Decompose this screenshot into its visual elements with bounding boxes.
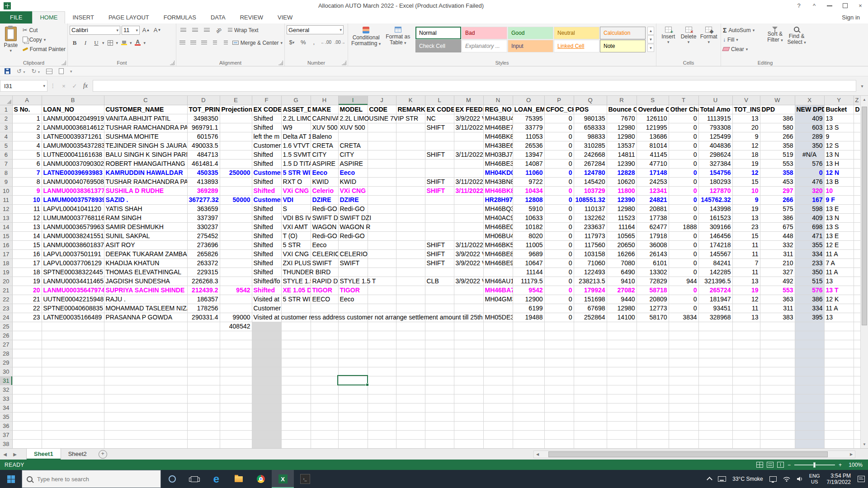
cell-W7[interactable]: 553 <box>760 159 795 168</box>
cell-U15[interactable]: 146456 <box>698 231 732 240</box>
cell-J31[interactable] <box>368 376 396 385</box>
cell-E28[interactable] <box>220 349 252 358</box>
cell-G7[interactable]: 1.5 D TITA <box>281 159 311 168</box>
cell-X23[interactable]: 334 <box>795 304 824 313</box>
cell-Q7[interactable]: 267284 <box>574 159 607 168</box>
cell-X26[interactable] <box>795 331 824 340</box>
cell-K34[interactable] <box>396 403 425 412</box>
column-header-W[interactable]: W <box>760 96 795 105</box>
cell-M28[interactable] <box>454 349 483 358</box>
cell-B14[interactable]: LANMU00036579963 <box>42 222 104 231</box>
cell-F20[interactable]: Shifted/fo <box>252 277 281 286</box>
cell-H10[interactable]: Celerio <box>311 186 338 195</box>
cell-style-calculation[interactable]: Calculation <box>600 27 646 39</box>
cell-X2[interactable]: 409 <box>795 114 824 123</box>
cell-P10[interactable]: 0 <box>544 186 574 195</box>
cell-V17[interactable]: 11 <box>732 249 760 258</box>
cell-S22[interactable]: 20809 <box>637 295 669 304</box>
cell-M27[interactable] <box>454 340 483 349</box>
cell-X1[interactable]: NEW DPD <box>795 105 824 114</box>
cell-E2[interactable] <box>220 114 252 123</box>
cell-L18[interactable]: SHIFT <box>425 258 454 267</box>
cell-H15[interactable]: Redi-GO <box>311 231 338 240</box>
horizontal-scrollbar[interactable]: ◀ ▶ <box>533 450 855 458</box>
scroll-down-arrow[interactable]: ▼ <box>861 441 868 448</box>
sheet-tab-sheet2[interactable]: Sheet2 <box>61 449 94 460</box>
cell-J36[interactable] <box>368 421 396 430</box>
page-layout-view-button[interactable] <box>767 462 774 468</box>
sort-filter-button[interactable]: Sort & Filter ▾ <box>764 25 786 54</box>
cell-Y14[interactable]: 13 S <box>824 222 854 231</box>
cell-D38[interactable] <box>187 439 220 448</box>
cell-G35[interactable] <box>281 412 311 421</box>
row-header-16[interactable]: 16 <box>0 240 12 249</box>
cell-N13[interactable]: MH40AC9 <box>483 213 513 222</box>
cell-U1[interactable]: Total Amo <box>698 105 732 114</box>
bold-button[interactable]: B <box>70 38 80 47</box>
cell-H34[interactable] <box>311 403 338 412</box>
cell-B7[interactable]: LANMU00037090302 <box>42 159 104 168</box>
cell-Q2[interactable]: 980135 <box>574 114 607 123</box>
cell-W16[interactable]: 332 <box>760 240 795 249</box>
cell-E26[interactable] <box>220 331 252 340</box>
cell-V29[interactable] <box>732 358 760 367</box>
cell-Y35[interactable] <box>824 412 854 421</box>
cell-D1[interactable]: TOT_PRIN <box>187 105 220 114</box>
cell-V34[interactable] <box>732 403 760 412</box>
cell-T20[interactable]: 944 <box>669 277 698 286</box>
cell-Q27[interactable] <box>574 340 607 349</box>
cell-O20[interactable]: 11179.5 <box>513 277 544 286</box>
cell-J26[interactable] <box>368 331 396 340</box>
cell-U30[interactable] <box>698 367 732 376</box>
cell-D27[interactable] <box>187 340 220 349</box>
cell-W3[interactable]: 580 <box>760 123 795 132</box>
cell-K35[interactable] <box>396 412 425 421</box>
cell-I20[interactable]: STYLE 1.5 T <box>338 277 368 286</box>
help-button[interactable]: ? <box>791 0 807 11</box>
cell-V38[interactable] <box>732 439 760 448</box>
zoom-out-button[interactable]: − <box>788 462 791 468</box>
cell-B6[interactable]: LUTNE00041161638 <box>42 150 104 159</box>
cell-J25[interactable] <box>368 322 396 331</box>
cell-N22[interactable]: MH04GM3 <box>483 295 513 304</box>
cell-F10[interactable]: Shifted <box>252 186 281 195</box>
cell-Y8[interactable]: 12 N <box>824 168 854 177</box>
cell-W13[interactable]: 386 <box>760 213 795 222</box>
cell-B19[interactable]: SPTNE00038322445 <box>42 267 104 277</box>
scroll-left-arrow[interactable]: ◀ <box>534 452 541 456</box>
weather-widget[interactable]: 33°C Smoke <box>729 470 766 488</box>
cell-P15[interactable]: 0 <box>544 231 574 240</box>
name-box[interactable]: I31▾ <box>0 80 47 92</box>
paste-button[interactable]: Paste ▾ <box>2 25 20 54</box>
cell-L35[interactable] <box>425 412 454 421</box>
cell-T8[interactable]: 0 <box>669 168 698 177</box>
align-right-button[interactable] <box>200 38 209 47</box>
accounting-format-button[interactable]: $ ▾ <box>287 38 297 47</box>
cell-L31[interactable] <box>425 376 454 385</box>
cell-D11[interactable]: 367277.32 <box>187 195 220 204</box>
cell-D7[interactable]: 461481.4 <box>187 159 220 168</box>
cell-U35[interactable] <box>698 412 732 421</box>
cell-Z38[interactable] <box>854 439 860 448</box>
cell-T6[interactable]: 0 <box>669 150 698 159</box>
cell-A5[interactable]: 4 <box>12 141 42 150</box>
cell-R14[interactable]: 11164 <box>607 222 637 231</box>
cell-K28[interactable] <box>396 349 425 358</box>
cell-R21[interactable]: 27082 <box>607 286 637 295</box>
cell-D36[interactable] <box>187 421 220 430</box>
cell-T4[interactable]: 0 <box>669 132 698 141</box>
cell-F27[interactable] <box>252 340 281 349</box>
cell-X20[interactable]: 515 <box>795 277 824 286</box>
cell-E12[interactable] <box>220 204 252 213</box>
cell-U12[interactable]: 143998 <box>698 204 732 213</box>
cell-A13[interactable]: 12 <box>12 213 42 222</box>
cell-S7[interactable]: 47710 <box>637 159 669 168</box>
column-header-S[interactable]: S <box>637 96 669 105</box>
cell-E31[interactable] <box>220 376 252 385</box>
cell-G18[interactable]: ZXI PLUS <box>281 258 311 267</box>
cell-T28[interactable] <box>669 349 698 358</box>
cell-A16[interactable]: 15 <box>12 240 42 249</box>
column-header-F[interactable]: F <box>252 96 281 105</box>
cell-O31[interactable] <box>513 376 544 385</box>
cell-A17[interactable]: 16 <box>12 249 42 258</box>
